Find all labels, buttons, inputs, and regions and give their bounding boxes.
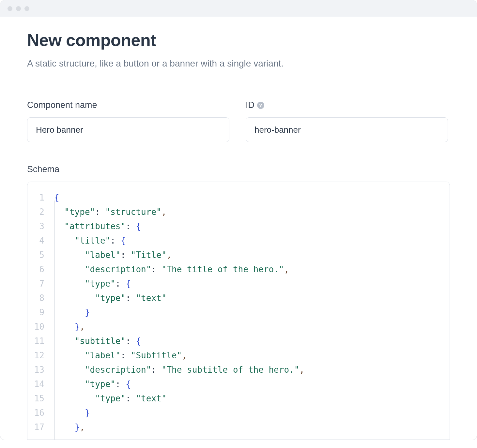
line-number: 9: [33, 305, 54, 320]
component-id-input[interactable]: [246, 117, 448, 142]
code-text: "label": "Title",: [54, 248, 172, 262]
code-line: 6 "description": "The title of the hero.…: [33, 262, 444, 276]
line-number: 7: [33, 276, 54, 291]
indent-guide: [54, 201, 54, 440]
code-line: 10 },: [33, 320, 444, 334]
code-text: "title": {: [54, 233, 126, 248]
code-text: "type": "text": [54, 391, 166, 406]
component-name-label: Component name: [27, 100, 229, 110]
window-close-icon[interactable]: [8, 6, 12, 11]
code-text: "description": "The subtitle of the hero…: [54, 363, 304, 377]
code-text: "type": "text": [54, 291, 166, 305]
line-number: 14: [33, 377, 54, 391]
code-line: 5 "label": "Title",: [33, 248, 444, 262]
line-number: 5: [33, 248, 54, 262]
code-text: "subtitle": {: [54, 334, 141, 348]
window-minimize-icon[interactable]: [16, 6, 21, 11]
page-subtitle: A static structure, like a button or a b…: [27, 58, 450, 69]
code-line: 2 "type": "structure",: [33, 205, 444, 219]
code-text: "type": {: [54, 276, 131, 291]
schema-editor[interactable]: 1{2 "type": "structure",3 "attributes": …: [27, 182, 450, 440]
help-icon[interactable]: ?: [257, 102, 264, 109]
page-title: New component: [27, 30, 450, 50]
code-line: 15 "type": "text": [33, 391, 444, 406]
app-window: New component A static structure, like a…: [0, 0, 477, 440]
component-id-label: ID ?: [246, 100, 448, 110]
code-line: 16 }: [33, 406, 444, 420]
line-number: 10: [33, 320, 54, 334]
line-number: 6: [33, 262, 54, 276]
line-number: 8: [33, 291, 54, 305]
line-number: 1: [33, 190, 54, 205]
code-text: "attributes": {: [54, 219, 141, 233]
line-number: 15: [33, 391, 54, 406]
component-id-label-text: ID: [246, 100, 254, 110]
code-line: 12 "label": "Subtitle",: [33, 348, 444, 363]
code-text: "label": "Subtitle",: [54, 348, 187, 363]
code-line: 13 "description": "The subtitle of the h…: [33, 363, 444, 377]
code-text: }: [54, 406, 90, 420]
page-content: New component A static structure, like a…: [0, 17, 477, 440]
code-text: },: [54, 320, 85, 334]
code-line: 7 "type": {: [33, 276, 444, 291]
component-name-input[interactable]: [27, 117, 229, 142]
line-number: 17: [33, 420, 54, 434]
code-line: 11 "subtitle": {: [33, 334, 444, 348]
code-line: 1{: [33, 190, 444, 205]
code-line: 3 "attributes": {: [33, 219, 444, 233]
code-line: 8 "type": "text": [33, 291, 444, 305]
line-number: 4: [33, 233, 54, 248]
line-number: 13: [33, 363, 54, 377]
line-number: 16: [33, 406, 54, 420]
code-text: "type": "structure",: [54, 205, 166, 219]
code-line: 9 }: [33, 305, 444, 320]
code-line: 4 "title": {: [33, 233, 444, 248]
code-text: "description": "The title of the hero.",: [54, 262, 289, 276]
window-zoom-icon[interactable]: [24, 6, 29, 11]
code-text: "type": {: [54, 377, 131, 391]
line-number: 12: [33, 348, 54, 363]
component-id-field: ID ?: [246, 100, 448, 142]
line-number: 11: [33, 334, 54, 348]
code-line: 14 "type": {: [33, 377, 444, 391]
code-line: 17 },: [33, 420, 444, 434]
code-text: }: [54, 305, 90, 320]
component-name-field: Component name: [27, 100, 229, 142]
code-text: },: [54, 420, 85, 434]
schema-label: Schema: [27, 164, 450, 174]
line-number: 2: [33, 205, 54, 219]
line-number: 3: [33, 219, 54, 233]
window-titlebar: [0, 0, 477, 17]
code-text: {: [54, 190, 59, 205]
form-row: Component name ID ?: [27, 100, 450, 142]
